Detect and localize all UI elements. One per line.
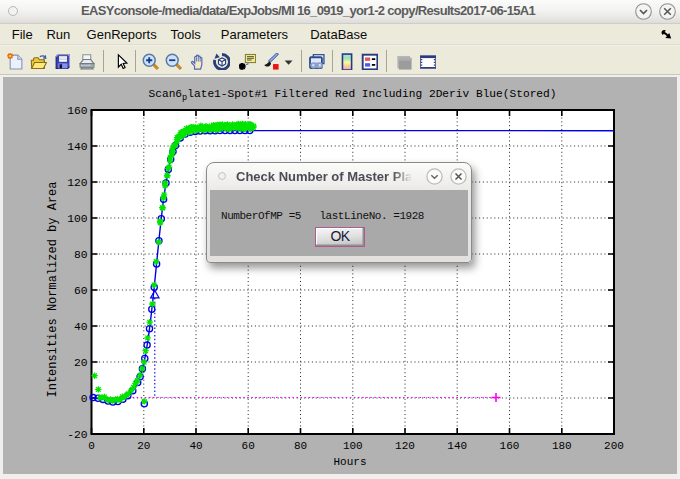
svg-text:140: 140 xyxy=(67,141,88,153)
svg-text:60: 60 xyxy=(74,285,88,297)
svg-text:Hours: Hours xyxy=(333,456,366,468)
svg-text:100: 100 xyxy=(67,213,88,225)
svg-text:80: 80 xyxy=(74,249,88,261)
svg-text:20: 20 xyxy=(137,440,150,452)
svg-text:80: 80 xyxy=(294,440,307,452)
svg-text:40: 40 xyxy=(74,321,88,333)
svg-text:40: 40 xyxy=(189,440,202,452)
svg-text:Intensities Normalized by Area: Intensities Normalized by Area xyxy=(46,181,60,397)
svg-text:180: 180 xyxy=(552,440,572,452)
svg-text:160: 160 xyxy=(500,440,520,452)
svg-text:120: 120 xyxy=(395,440,415,452)
svg-text:20: 20 xyxy=(74,357,88,369)
svg-text:0: 0 xyxy=(88,440,95,452)
svg-text:-20: -20 xyxy=(67,429,88,441)
svg-text:0: 0 xyxy=(81,393,88,405)
svg-text:100: 100 xyxy=(343,440,363,452)
svg-text:140: 140 xyxy=(447,440,467,452)
svg-text:60: 60 xyxy=(242,440,255,452)
svg-text:Scan6plate1-Spot#1 Filtered Re: Scan6plate1-Spot#1 Filtered Red Includin… xyxy=(149,88,557,103)
svg-text:160: 160 xyxy=(67,105,88,117)
svg-text:120: 120 xyxy=(67,177,88,189)
svg-text:200: 200 xyxy=(604,440,624,452)
